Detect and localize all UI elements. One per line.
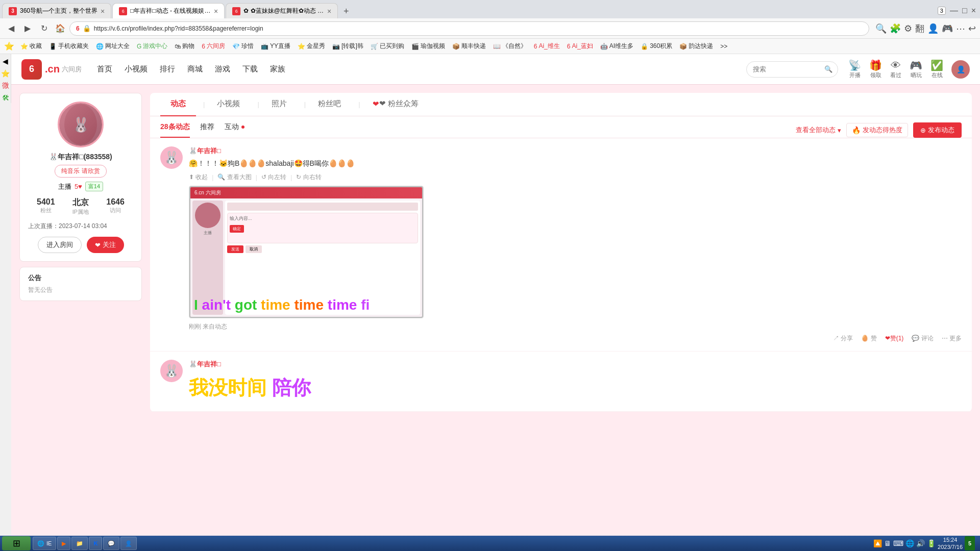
tab-2-close[interactable]: × (214, 7, 218, 15)
sub-tab-recommend[interactable]: 推荐 (200, 122, 214, 138)
header-watched[interactable]: 👁 看过 (890, 60, 901, 79)
nav-icon-undo[interactable]: ↩ (968, 23, 976, 34)
home-button[interactable]: 🏠 (53, 21, 67, 36)
bookmark-ai1[interactable]: 6 Ai_维生 (531, 41, 563, 52)
bookmark-zhuanzai[interactable]: 📷 [转载]韩 (329, 41, 366, 52)
post-1-author[interactable]: 🐰年吉祥□ (189, 146, 962, 156)
taskbar-wechat[interactable]: 💬 (103, 537, 119, 550)
profile-music-button[interactable]: 纯音乐 请欣赏 (55, 165, 106, 178)
bookmark-yoga[interactable]: 🎬 瑜伽视频 (408, 41, 448, 52)
action-view-full[interactable]: 🔍 查看大图 (217, 173, 251, 182)
footer-comment[interactable]: 💬 评论 (912, 334, 933, 343)
sidebar-icon-tool[interactable]: 🛠 (1, 93, 11, 103)
header-online[interactable]: ✅ 在线 (930, 59, 943, 79)
view-all-button[interactable]: 查看全部动态 ▾ (796, 126, 841, 135)
url-bar[interactable]: 6 🔒 https://v.6.cn/profile/index.php?rid… (69, 21, 869, 36)
search-icon[interactable]: 🔍 (824, 65, 832, 73)
nav-icon-1[interactable]: 🔍 (875, 23, 887, 34)
tab-photos[interactable]: 照片 (261, 93, 297, 116)
user-avatar[interactable]: 👤 (951, 60, 970, 79)
post-2-avatar[interactable]: 🐰 (160, 360, 183, 382)
bookmark-yy[interactable]: 📺 YY直播 (258, 41, 293, 52)
footer-gold[interactable]: 🥚 赞 (861, 334, 876, 343)
browser-close[interactable]: × (971, 6, 976, 15)
bookmark-mobile[interactable]: 📱 手机收藏夹 (46, 41, 92, 52)
tab-fans-bar[interactable]: 粉丝吧 (308, 93, 351, 116)
tab-fan-crowd[interactable]: ❤ ❤ 粉丝众筹 (362, 93, 429, 116)
new-tab-button[interactable]: + (339, 4, 353, 18)
taskbar-media[interactable]: ▶ (57, 537, 70, 550)
sidebar-icon-weibo[interactable]: 微 (1, 81, 11, 91)
post-2-author[interactable]: 🐰年吉祥□ (189, 360, 962, 369)
taskbar-person[interactable]: 👤 (120, 537, 137, 550)
nav-games[interactable]: 游戏 (215, 64, 230, 74)
tray-corner-button[interactable]: 5 (965, 536, 975, 550)
post-1-avatar[interactable]: 🐰 (160, 146, 183, 169)
search-input[interactable] (753, 65, 824, 73)
publish-button[interactable]: ⊕ 发布动态 (913, 122, 962, 138)
bookmark-nature[interactable]: 📖 《自然》 (490, 41, 530, 52)
bookmark-6room[interactable]: 6 六间房 (199, 41, 228, 52)
nav-family[interactable]: 家族 (270, 64, 285, 74)
tab-1-close[interactable]: × (101, 7, 105, 15)
header-receive[interactable]: 🎁 领取 (869, 59, 882, 79)
action-collapse[interactable]: ⬆ 收起 (189, 173, 208, 182)
nav-ranking[interactable]: 排行 (160, 64, 175, 74)
header-share[interactable]: 🎮 晒玩 (910, 59, 922, 79)
nav-shop[interactable]: 商城 (187, 64, 203, 74)
sidebar-icon-star[interactable]: ⭐ (1, 68, 11, 79)
browser-minimize[interactable]: — (950, 6, 958, 15)
footer-more[interactable]: ⋯ 更多 (942, 334, 962, 343)
bookmark-yunda[interactable]: 📦 韵达快递 (676, 41, 716, 52)
sub-tab-posts[interactable]: 28条动态 (160, 122, 190, 138)
footer-share[interactable]: ↗ 分享 (833, 334, 853, 343)
bookmark-more[interactable]: >> (717, 42, 730, 51)
taskbar-files[interactable]: 📁 (71, 537, 88, 550)
tray-network-icon[interactable]: 🌐 (905, 539, 914, 547)
hot-button[interactable]: 🔥 发动态得热度 (846, 123, 908, 137)
browser-tab-3[interactable]: 6 ✿ ✿蓝妹妹@红舞鞋✿动态 - 在... × (226, 3, 338, 18)
nav-icon-settings[interactable]: ⚙ (904, 23, 912, 34)
bookmark-collection[interactable]: ⭐ 收藏 (17, 41, 45, 52)
bookmark-ai3[interactable]: 🤖 AI维生多 (597, 41, 636, 52)
tray-screen-icon[interactable]: 🖥 (884, 539, 891, 547)
tray-up-icon[interactable]: 🔼 (873, 539, 882, 547)
header-broadcast[interactable]: 📡 开播 (848, 59, 861, 79)
back-button[interactable]: ◀ (4, 21, 18, 36)
tab-short-video[interactable]: 小视频 (207, 93, 250, 116)
site-logo[interactable]: 6 .cn 六间房 (21, 59, 82, 80)
sub-tab-interact[interactable]: 互动 (225, 122, 245, 138)
bookmark-star[interactable]: ⭐ (4, 41, 14, 51)
enter-room-button[interactable]: 进入房间 (38, 237, 82, 253)
forward-button[interactable]: ▶ (20, 21, 35, 36)
bookmark-bought[interactable]: 🛒 已买到购 (368, 41, 407, 52)
bookmark-nav[interactable]: 🌐 网址大全 (93, 41, 133, 52)
nav-icon-apps[interactable]: ⋯ (956, 23, 965, 34)
nav-home[interactable]: 首页 (97, 64, 112, 74)
bookmark-360[interactable]: 🔒 360积累 (638, 41, 675, 52)
nav-icon-translate[interactable]: 翻 (915, 22, 924, 35)
browser-tab-2[interactable]: 6 □年吉祥□动态 - 在线视频娱乐... × (112, 3, 225, 18)
action-rotate-right[interactable]: ↻ 向右转 (296, 173, 321, 182)
refresh-button[interactable]: ↻ (37, 21, 51, 36)
nav-download[interactable]: 下载 (242, 64, 258, 74)
nav-icon-extensions[interactable]: 🧩 (890, 23, 901, 34)
tray-volume-icon[interactable]: 🔊 (916, 539, 925, 547)
taskbar-ie[interactable]: 🌐 IE (33, 537, 56, 550)
bookmark-zhenxi[interactable]: 💎 珍惜 (229, 41, 257, 52)
follow-button[interactable]: ❤ 关注 (87, 237, 124, 253)
tab-posts[interactable]: 动态 (160, 93, 196, 116)
bookmark-shop[interactable]: 🛍 购物 (172, 41, 198, 52)
action-rotate-left[interactable]: ↺ 向左转 (261, 173, 286, 182)
footer-like[interactable]: ❤赞(1) (885, 334, 904, 343)
tray-battery-icon[interactable]: 🔋 (927, 539, 936, 547)
browser-maximize[interactable]: □ (962, 6, 967, 15)
browser-tab-1[interactable]: 3 360导航—个主页，整个世界 × (2, 3, 111, 18)
nav-icon-game[interactable]: 🎮 (942, 23, 953, 34)
bookmark-jinxing[interactable]: ⭐ 金星秀 (295, 41, 328, 52)
bookmark-ai2[interactable]: 6 Ai_蓝妇 (564, 41, 596, 52)
nav-short-video[interactable]: 小视频 (125, 64, 148, 74)
sidebar-icon-1[interactable]: ◀ (1, 56, 11, 66)
bookmark-games[interactable]: G 游戏中心 (134, 41, 170, 52)
start-button[interactable]: ⊞ (2, 536, 31, 550)
